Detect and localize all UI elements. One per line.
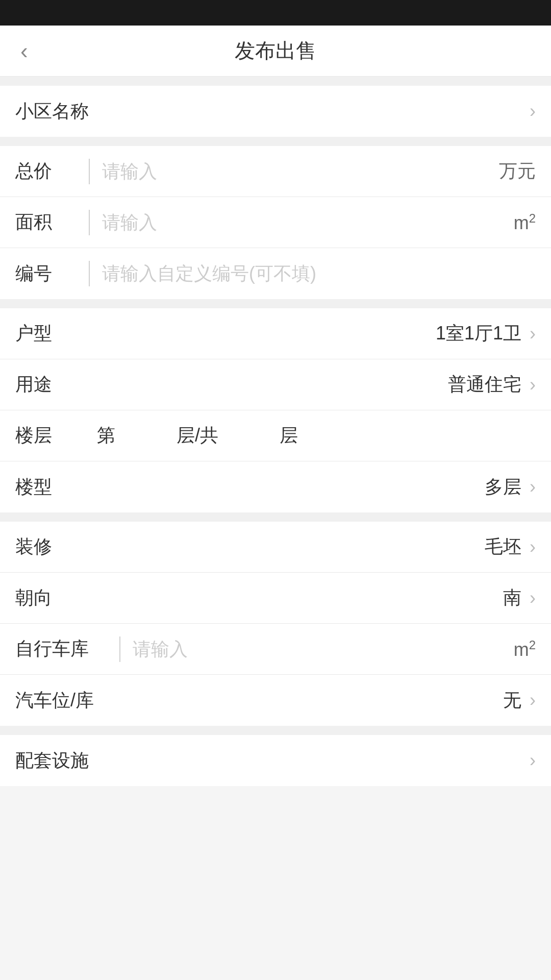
decoration-value: 毛坯: [485, 534, 521, 559]
floor-di-text: 第: [97, 423, 115, 448]
building-type-value: 多层: [485, 475, 521, 500]
building-type-row[interactable]: 楼型 多层 ›: [0, 461, 551, 512]
parking-label: 汽车位/库: [15, 688, 107, 713]
facilities-row[interactable]: 配套设施 ›: [0, 735, 551, 786]
orientation-row[interactable]: 朝向 南 ›: [0, 573, 551, 624]
total-price-row: 总价 万元: [0, 146, 551, 197]
chevron-right-icon: ›: [530, 587, 536, 609]
serial-number-input[interactable]: [102, 263, 536, 284]
floor-slash-text: 层/共: [177, 423, 218, 448]
floor-total-input[interactable]: [229, 425, 280, 447]
orientation-value: 南: [503, 585, 521, 610]
house-type-row[interactable]: 户型 1室1厅1卫 ›: [0, 308, 551, 359]
purpose-row[interactable]: 用途 普通住宅 ›: [0, 359, 551, 410]
chevron-right-icon: ›: [530, 536, 536, 558]
floor-current-input[interactable]: [115, 425, 166, 447]
extra-section: 装修 毛坯 › 朝向 南 › 自行车库 m2 汽车位/库 无 ›: [0, 522, 551, 726]
status-bar: [0, 0, 551, 26]
house-type-value: 1室1厅1卫: [436, 321, 521, 346]
divider-4: [0, 512, 551, 522]
community-name-label: 小区名称: [15, 99, 89, 124]
serial-number-row: 编号: [0, 248, 551, 299]
chevron-right-icon: ›: [530, 476, 536, 498]
area-input[interactable]: [102, 212, 509, 233]
back-button[interactable]: ‹: [15, 33, 33, 69]
floor-row: 楼层 第 层/共 层: [0, 410, 551, 461]
page-title: 发布出售: [235, 37, 316, 65]
purpose-value: 普通住宅: [448, 372, 521, 397]
orientation-label: 朝向: [15, 585, 77, 610]
area-label: 面积: [15, 210, 77, 235]
serial-number-label: 编号: [15, 261, 77, 286]
header: ‹ 发布出售: [0, 26, 551, 77]
chevron-right-icon: ›: [530, 690, 536, 711]
detail-section: 户型 1室1厅1卫 › 用途 普通住宅 › 楼层 第 层/共 层 楼型 多层 ›: [0, 308, 551, 512]
facilities-section: 配套设施 ›: [0, 735, 551, 786]
divider-3: [0, 299, 551, 308]
house-type-label: 户型: [15, 321, 77, 346]
chevron-right-icon: ›: [530, 750, 536, 771]
decoration-label: 装修: [15, 534, 77, 559]
community-section: 小区名称 ›: [0, 86, 551, 137]
divider-1: [0, 77, 551, 86]
basic-info-section: 总价 万元 面积 m2 编号: [0, 146, 551, 299]
decoration-row[interactable]: 装修 毛坯 ›: [0, 522, 551, 573]
vertical-divider-2: [89, 210, 90, 235]
vertical-divider-4: [119, 636, 120, 662]
vertical-divider-3: [89, 261, 90, 286]
facilities-label: 配套设施: [15, 748, 89, 773]
divider-2: [0, 137, 551, 146]
building-type-label: 楼型: [15, 475, 77, 500]
parking-row[interactable]: 汽车位/库 无 ›: [0, 675, 551, 726]
total-price-input[interactable]: [102, 161, 494, 182]
bicycle-garage-row: 自行车库 m2: [0, 624, 551, 675]
community-name-row[interactable]: 小区名称 ›: [0, 86, 551, 137]
floor-label: 楼层: [15, 423, 77, 448]
chevron-right-icon: ›: [530, 323, 536, 345]
parking-value: 无: [503, 688, 521, 713]
divider-5: [0, 726, 551, 735]
area-unit: m2: [514, 211, 536, 234]
area-row: 面积 m2: [0, 197, 551, 248]
vertical-divider-1: [89, 159, 90, 184]
total-price-unit: 万元: [499, 159, 536, 184]
purpose-label: 用途: [15, 372, 77, 397]
chevron-right-icon: ›: [530, 374, 536, 396]
total-price-label: 总价: [15, 159, 77, 184]
chevron-right-icon: ›: [530, 101, 536, 122]
floor-ceng2-text: 层: [280, 423, 298, 448]
back-icon: ‹: [20, 38, 28, 63]
bicycle-garage-unit: m2: [514, 638, 536, 660]
bicycle-garage-label: 自行车库: [15, 636, 107, 662]
bicycle-garage-input[interactable]: [133, 639, 509, 660]
